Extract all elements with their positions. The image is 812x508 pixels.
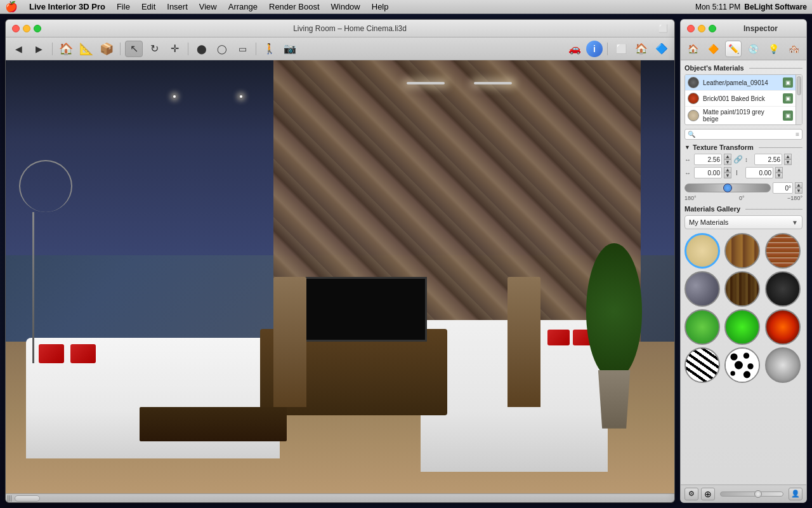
footer-add-button[interactable]: ⊕ bbox=[701, 488, 715, 500]
maximize-button[interactable] bbox=[34, 25, 41, 32]
tab-light-button[interactable]: 🔶 bbox=[705, 41, 721, 57]
material-item-brick[interactable]: Brick/001 Baked Brick ▣ bbox=[685, 91, 796, 107]
material-search-bar[interactable]: 🔍 ≡ bbox=[684, 129, 802, 140]
draw-rect-button[interactable]: ▭ bbox=[233, 41, 251, 57]
horizontal-scrollbar[interactable]: ||| bbox=[6, 493, 674, 502]
move-tool-button[interactable]: ✛ bbox=[166, 41, 183, 57]
draw-point-button[interactable]: ⬤ bbox=[193, 41, 211, 57]
close-button[interactable] bbox=[12, 25, 20, 32]
tab-scene-button[interactable]: 💡 bbox=[765, 41, 782, 57]
draw-circle-button[interactable]: ◯ bbox=[213, 41, 231, 57]
gallery-item-brick[interactable] bbox=[765, 233, 801, 269]
main-toolbar: ◀ ▶ 🏠 📐 📦 ↖ ↻ ✛ ⬤ ◯ ▭ 🚶 📷 🚗 i ⬜ 🏠 🔷 bbox=[6, 37, 674, 60]
tx-height-down[interactable]: ▼ bbox=[784, 159, 792, 165]
footer-view-button[interactable]: 👤 bbox=[789, 488, 802, 500]
material-item-matte[interactable]: Matte paint/1019 grey beige ▣ bbox=[685, 107, 796, 124]
scroll-thumb[interactable] bbox=[15, 495, 40, 502]
gallery-item-wood[interactable] bbox=[724, 233, 760, 269]
material-name-matte: Matte paint/1019 grey beige bbox=[703, 109, 779, 123]
footer-slider[interactable] bbox=[720, 491, 783, 497]
tx-offsety-down[interactable]: ▼ bbox=[775, 173, 783, 178]
view-home-button[interactable]: 🏠 bbox=[632, 41, 650, 57]
gallery-item-stone[interactable] bbox=[684, 271, 720, 307]
tx-offsety-stepper[interactable]: ▲ ▼ bbox=[775, 167, 783, 178]
tx-width-input[interactable]: 2.56 bbox=[694, 154, 722, 165]
minimize-button[interactable] bbox=[23, 25, 30, 32]
menu-item-file[interactable]: File bbox=[112, 2, 135, 11]
menu-item-arrange[interactable]: Arrange bbox=[223, 2, 263, 11]
inspector-minimize[interactable] bbox=[698, 25, 705, 32]
tx-offsetx-down[interactable]: ▼ bbox=[724, 173, 731, 178]
apple-menu[interactable]: 🍎 bbox=[5, 1, 18, 13]
gallery-item-zebra[interactable] bbox=[684, 347, 720, 383]
gallery-item-beige[interactable] bbox=[684, 233, 720, 269]
gallery-item-fire[interactable] bbox=[765, 309, 801, 345]
info-button[interactable]: i bbox=[586, 41, 603, 57]
tx-offsetx-up[interactable]: ▲ bbox=[724, 167, 731, 173]
tx-width-down[interactable]: ▼ bbox=[724, 159, 731, 165]
material-list-thumb[interactable] bbox=[797, 76, 801, 95]
angle-stepper[interactable]: ▲ ▼ bbox=[795, 182, 802, 194]
menu-item-render[interactable]: Render Boost bbox=[264, 2, 325, 11]
tx-offsety-input[interactable]: 0.00 bbox=[745, 167, 773, 178]
menu-item-edit[interactable]: Edit bbox=[136, 2, 160, 11]
angle-slider-thumb[interactable] bbox=[723, 184, 732, 192]
toolbar-sep-1 bbox=[52, 43, 53, 55]
gallery-item-darkwood[interactable] bbox=[724, 271, 760, 307]
footer-slider-thumb[interactable] bbox=[754, 490, 762, 498]
rotate-tool-button[interactable]: ↻ bbox=[145, 41, 163, 57]
svg-point-5 bbox=[731, 371, 735, 375]
traffic-lights bbox=[12, 25, 41, 32]
gallery-item-green2[interactable] bbox=[724, 309, 760, 345]
menu-item-view[interactable]: View bbox=[194, 2, 222, 11]
angle-up[interactable]: ▲ bbox=[795, 182, 802, 188]
tx-width-stepper[interactable]: ▲ ▼ bbox=[724, 154, 731, 165]
camera-button[interactable]: 📷 bbox=[281, 41, 299, 57]
inspector-close[interactable] bbox=[687, 25, 695, 32]
tab-render-button[interactable]: 💿 bbox=[745, 41, 762, 57]
dropdown-arrow-icon: ▼ bbox=[792, 219, 798, 226]
gallery-dropdown[interactable]: My Materials ▼ bbox=[684, 215, 802, 229]
walk-mode-button[interactable]: 🚶 bbox=[261, 41, 278, 57]
menu-item-insert[interactable]: Insert bbox=[162, 2, 193, 11]
view-persp-button[interactable]: 🔷 bbox=[653, 41, 671, 57]
select-tool-button[interactable]: ↖ bbox=[125, 41, 143, 57]
nav-forward-button[interactable]: ▶ bbox=[30, 41, 48, 57]
view-front-button[interactable]: ⬜ bbox=[612, 41, 630, 57]
menu-item-help[interactable]: Help bbox=[367, 2, 394, 11]
tab-building-button[interactable]: 🏘️ bbox=[785, 41, 802, 57]
tab-object-button[interactable]: 🏠 bbox=[685, 41, 702, 57]
gallery-item-green1[interactable] bbox=[684, 309, 720, 345]
tx-height-stepper[interactable]: ▲ ▼ bbox=[784, 154, 792, 165]
angle-labels: 180° 0° −180° bbox=[684, 195, 802, 201]
tx-height-input[interactable]: 2.56 bbox=[754, 154, 782, 165]
tx-offsetx-stepper[interactable]: ▲ ▼ bbox=[724, 167, 731, 178]
tab-material-button[interactable]: ✏️ bbox=[725, 41, 742, 57]
view-content[interactable] bbox=[6, 60, 674, 493]
gallery-item-spots[interactable] bbox=[724, 347, 760, 383]
menu-item-app[interactable]: Live Interior 3D Pro bbox=[24, 2, 110, 11]
angle-slider-track[interactable] bbox=[684, 184, 771, 192]
tx-height-up[interactable]: ▲ bbox=[784, 154, 792, 159]
tx-width-up[interactable]: ▲ bbox=[724, 154, 731, 159]
material-search-input[interactable] bbox=[698, 131, 793, 138]
3d-view-button[interactable]: 📦 bbox=[98, 41, 115, 57]
menu-item-window[interactable]: Window bbox=[326, 2, 365, 11]
nav-back-button[interactable]: ◀ bbox=[10, 41, 27, 57]
angle-down[interactable]: ▼ bbox=[795, 188, 802, 194]
angle-value-input[interactable]: 0° bbox=[773, 182, 793, 194]
gallery-item-metal[interactable] bbox=[765, 347, 801, 383]
floorplan-button[interactable]: 🏠 bbox=[57, 41, 75, 57]
material-item-leather[interactable]: Leather/pamela_09014 ▣ bbox=[685, 75, 796, 91]
inspector-maximize[interactable] bbox=[709, 25, 716, 32]
tx-offsety-up[interactable]: ▲ bbox=[775, 167, 783, 173]
material-list-scrollbar[interactable] bbox=[796, 75, 802, 124]
render-car-button[interactable]: 🚗 bbox=[566, 41, 584, 57]
footer-gear-button[interactable]: ⚙ bbox=[684, 488, 698, 500]
link-icon[interactable]: 🔗 bbox=[733, 155, 743, 164]
tx-offsetx-input[interactable]: 0.00 bbox=[694, 167, 722, 178]
expand-icon[interactable]: ▼ bbox=[684, 144, 690, 150]
rooms-button[interactable]: 📐 bbox=[77, 41, 95, 57]
resize-icon[interactable]: ⬜ bbox=[658, 24, 668, 33]
gallery-item-black[interactable] bbox=[765, 271, 801, 307]
